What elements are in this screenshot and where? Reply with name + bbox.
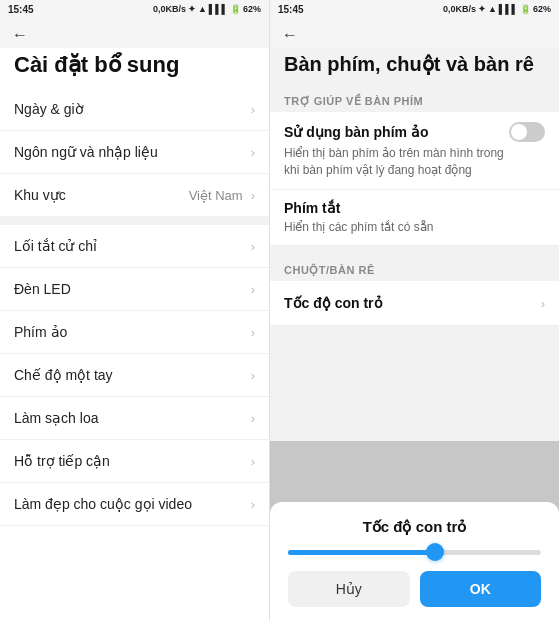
chevron-icon: › [251,282,255,297]
virtual-keyboard-toggle[interactable] [509,122,545,142]
cancel-button[interactable]: Hủy [288,571,410,607]
chevron-icon: › [251,497,255,512]
chevron-icon: › [251,145,255,160]
menu-item-label: Phím ảo [14,324,67,340]
chevron-icon: › [251,188,255,203]
menu-item-label: Làm sạch loa [14,410,98,426]
dialog-overlay: Tốc độ con trỏ Hủy OK [270,441,559,621]
slider-container[interactable] [288,550,541,555]
battery-percent: 62% [533,4,551,14]
chevron-icon: › [251,325,255,340]
menu-item-label: Hỗ trợ tiếp cận [14,453,110,469]
cursor-speed-item[interactable]: Tốc độ con trỏ › [270,281,559,326]
ok-button[interactable]: OK [420,571,542,607]
dialog-title: Tốc độ con trỏ [288,518,541,536]
menu-item-gestures[interactable]: Lối tắt cử chỉ › [0,225,269,268]
left-back-button[interactable]: ← [12,26,28,44]
menu-item-accessibility[interactable]: Hỗ trợ tiếp cận › [0,440,269,483]
battery-icon: 🔋 [230,4,241,14]
right-status-icons: 0,0KB/s ✦ ▲ ▌▌▌ 🔋 62% [443,4,551,14]
shortcut-row: Phím tắt [284,200,545,216]
dialog-buttons: Hủy OK [288,571,541,607]
menu-item-label: Đèn LED [14,281,71,297]
right-back-button[interactable]: ← [282,26,298,44]
cursor-chevron-icon: › [541,296,545,311]
shortcut-title: Phím tắt [284,200,340,216]
menu-divider [0,217,269,225]
menu-item-label: Khu vực [14,187,66,203]
menu-item-virtual-key[interactable]: Phím ảo › [0,311,269,354]
battery-icon: 🔋 [520,4,531,14]
network-speed: 0,0KB/s [153,4,186,14]
bluetooth-icon: ✦ [478,4,486,14]
menu-item-label: Lối tắt cử chỉ [14,238,97,254]
left-header: ← [0,18,269,48]
virtual-keyboard-desc: Hiển thị bàn phím ảo trên màn hình trong… [284,145,545,179]
menu-item-language[interactable]: Ngôn ngữ và nhập liệu › [0,131,269,174]
right-time: 15:45 [278,4,304,15]
left-status-bar: 15:45 0,0KB/s ✦ ▲ ▌▌▌ 🔋 62% [0,0,269,18]
virtual-keyboard-item: Sử dụng bàn phím ảo Hiển thị bàn phím ảo… [270,112,559,190]
signal-icon: ▌▌▌ [499,4,518,14]
right-header: ← [270,18,559,48]
menu-item-label: Làm đẹp cho cuộc gọi video [14,496,192,512]
battery-percent: 62% [243,4,261,14]
menu-item-date[interactable]: Ngày & giờ › [0,88,269,131]
network-speed: 0,0KB/s [443,4,476,14]
menu-item-one-hand[interactable]: Chế độ một tay › [0,354,269,397]
chevron-icon: › [251,454,255,469]
wifi-icon: ▲ [198,4,207,14]
bluetooth-icon: ✦ [188,4,196,14]
slider-fill [288,550,435,555]
menu-item-beautify[interactable]: Làm đẹp cho cuộc gọi video › [0,483,269,526]
left-panel: 15:45 0,0KB/s ✦ ▲ ▌▌▌ 🔋 62% ← Cài đặt bổ… [0,0,270,621]
slider-track [288,550,541,555]
signal-icon: ▌▌▌ [209,4,228,14]
chevron-icon: › [251,102,255,117]
slider-thumb[interactable] [426,543,444,561]
menu-item-region[interactable]: Khu vực Việt Nam › [0,174,269,217]
menu-item-label: Ngôn ngữ và nhập liệu [14,144,158,160]
menu-item-label: Ngày & giờ [14,101,84,117]
menu-item-clean-speaker[interactable]: Làm sạch loa › [0,397,269,440]
left-title: Cài đặt bổ sung [0,48,269,88]
right-status-bar: 15:45 0,0KB/s ✦ ▲ ▌▌▌ 🔋 62% [270,0,559,18]
section-mouse-label: CHUỘT/BÀN RÊ [270,256,559,281]
right-title: Bàn phím, chuột và bàn rê [270,48,559,87]
menu-item-label: Chế độ một tay [14,367,113,383]
chevron-icon: › [251,239,255,254]
virtual-keyboard-title: Sử dụng bàn phím ảo [284,124,428,140]
shortcut-desc: Hiển thị các phím tắt có sẵn [284,219,545,236]
wifi-icon: ▲ [488,4,497,14]
cursor-speed-dialog: Tốc độ con trỏ Hủy OK [270,502,559,621]
shortcut-item: Phím tắt Hiển thị các phím tắt có sẵn [270,190,559,247]
virtual-keyboard-row: Sử dụng bàn phím ảo [284,122,545,142]
chevron-icon: › [251,368,255,383]
section-keyboard-label: TRỢ GIÚP VỀ BÀN PHÍM [270,87,559,112]
section-gap [270,246,559,256]
region-value: Việt Nam [189,188,243,203]
menu-list: Ngày & giờ › Ngôn ngữ và nhập liệu › Khu… [0,88,269,526]
left-status-icons: 0,0KB/s ✦ ▲ ▌▌▌ 🔋 62% [153,4,261,14]
right-panel: 15:45 0,0KB/s ✦ ▲ ▌▌▌ 🔋 62% ← Bàn phím, … [270,0,559,621]
cursor-speed-title: Tốc độ con trỏ [284,295,383,311]
left-time: 15:45 [8,4,34,15]
menu-item-led[interactable]: Đèn LED › [0,268,269,311]
chevron-icon: › [251,411,255,426]
